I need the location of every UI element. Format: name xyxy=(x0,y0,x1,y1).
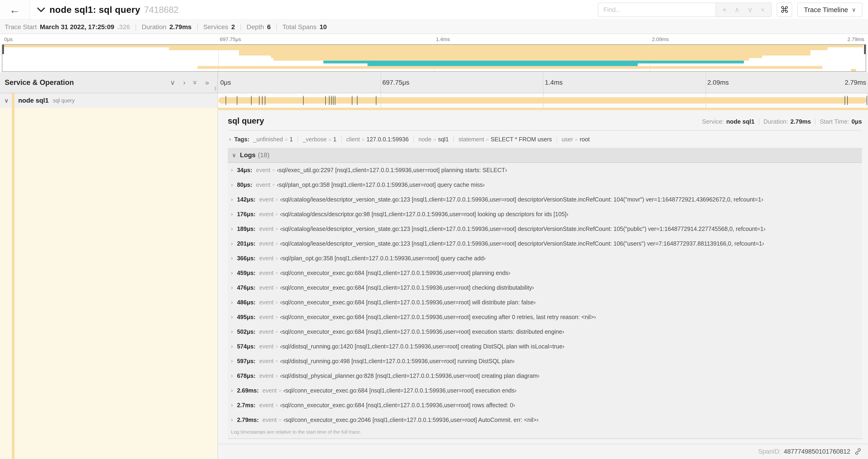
minimap-canvas[interactable] xyxy=(2,44,866,72)
minimap-span-bar xyxy=(2,45,863,47)
column-resize-handle[interactable]: ‖ xyxy=(214,85,217,92)
tag-value: 1 xyxy=(289,136,293,143)
log-time: 34μs: xyxy=(237,167,252,173)
expand-all-icon[interactable]: » xyxy=(192,81,199,85)
log-field-value: ‹sql/catalog/lease/descriptor_version_st… xyxy=(280,240,764,247)
log-entry-row[interactable]: ›2.7ms:event=‹sql/conn_executor_exec.go:… xyxy=(228,398,862,413)
log-marker xyxy=(333,96,334,105)
summary-value-suffix: .326 xyxy=(117,23,130,31)
expand-one-icon[interactable]: ∨ xyxy=(170,79,175,86)
log-entry-row[interactable]: ›176μs:event=‹sql/catalog/descs/descript… xyxy=(228,207,862,222)
service-operation-title: Service & Operation xyxy=(5,78,74,87)
chevron-right-icon[interactable]: › xyxy=(231,387,233,394)
log-entry-row[interactable]: ›366μs:event=‹sql/plan_opt.go:358 [nsql1… xyxy=(228,251,862,266)
log-entry-row[interactable]: ›2.79ms:event=‹sql/conn_executor_exec.go… xyxy=(228,413,862,427)
trace-collapse-chevron-icon[interactable] xyxy=(37,7,45,12)
span-row-name-cell[interactable]: ∨ node sql1 sql query xyxy=(0,93,217,108)
chevron-right-icon[interactable]: › xyxy=(231,329,233,335)
view-selector-button[interactable]: Trace Timeline ∨ xyxy=(797,3,862,17)
minimap-left-handle[interactable] xyxy=(2,45,4,54)
chevron-right-icon[interactable]: › xyxy=(231,285,233,291)
log-entry-row[interactable]: ›597μs:event=‹sql/distsql_running.go:498… xyxy=(228,354,862,368)
log-entry-row[interactable]: ›34μs:event=‹sql/exec_util.go:2297 [nsql… xyxy=(228,163,862,177)
minimap-right-handle[interactable] xyxy=(864,45,866,54)
log-entry-row[interactable]: ›189μs:event=‹sql/catalog/lease/descript… xyxy=(228,222,862,236)
chevron-right-icon[interactable]: › xyxy=(231,211,233,217)
tag-item: node=sql1 xyxy=(418,136,449,143)
log-field-key: event xyxy=(259,211,274,218)
log-entry-row[interactable]: ›574μs:event=‹sql/distsql_running.go:142… xyxy=(228,339,862,354)
log-time: 2.79ms: xyxy=(237,417,259,423)
log-marker xyxy=(259,96,259,105)
chevron-right-icon[interactable]: › xyxy=(231,314,233,320)
log-entry-row[interactable]: ›678μs:event=‹sql/distsql_physical_plann… xyxy=(228,368,862,383)
minimap-span-bar xyxy=(851,69,856,71)
chevron-right-icon[interactable]: › xyxy=(231,343,233,350)
log-entry-row[interactable]: ›80μs:event=‹sql/plan_opt.go:358 [nsql1,… xyxy=(228,177,862,192)
prev-match-icon[interactable]: ∧ xyxy=(735,6,740,13)
minimap-span-bar xyxy=(197,66,823,69)
log-entry-row[interactable]: ›486μs:event=‹sql/conn_executor_exec.go:… xyxy=(228,295,862,310)
logs-accordion-header[interactable]: ∨ Logs (18) xyxy=(228,148,862,163)
chevron-right-icon[interactable]: › xyxy=(231,270,233,276)
link-icon[interactable] xyxy=(854,448,862,456)
span-bar[interactable] xyxy=(218,97,867,104)
expand-collapse-controls: ∨›»» xyxy=(170,79,209,86)
equals-sign: = xyxy=(329,137,331,142)
log-entry-row[interactable]: ›142μs:event=‹sql/catalog/lease/descript… xyxy=(228,192,862,207)
trace-summary-bar: Trace StartMarch 31 2022, 17:25:09.326Du… xyxy=(0,21,868,34)
chevron-right-icon[interactable]: › xyxy=(231,417,233,423)
chevron-right-icon[interactable]: › xyxy=(229,136,231,142)
clear-find-icon[interactable]: × xyxy=(761,6,765,13)
log-entry-row[interactable]: ›201μs:event=‹sql/catalog/lease/descript… xyxy=(228,236,862,251)
chevron-right-icon[interactable]: › xyxy=(231,240,233,247)
log-field-value: ‹sql/catalog/descs/descriptor.go:98 [nsq… xyxy=(280,211,568,218)
keyboard-shortcuts-button[interactable]: ⌘ xyxy=(777,3,792,17)
log-field-key: event xyxy=(259,328,274,335)
next-match-icon[interactable]: ∨ xyxy=(748,6,753,13)
back-button[interactable]: ← xyxy=(0,0,30,20)
tag-value: SELECT * FROM users xyxy=(491,136,552,143)
equals-sign: = xyxy=(279,417,281,423)
chevron-right-icon[interactable]: › xyxy=(231,226,233,232)
log-marker xyxy=(262,96,262,105)
tag-item: user=root xyxy=(562,136,590,143)
log-time: 201μs: xyxy=(237,240,255,247)
log-entry-row[interactable]: ›2.69ms:event=‹sql/conn_executor_exec.go… xyxy=(228,383,862,398)
equals-sign: = xyxy=(433,137,436,142)
collapse-one-icon[interactable]: › xyxy=(183,79,186,86)
log-field-key: event xyxy=(259,402,274,408)
equals-sign: = xyxy=(275,241,278,247)
timeline-gridline xyxy=(380,72,381,93)
tag-item: statement=SELECT * FROM users xyxy=(459,136,552,143)
log-field-key: event xyxy=(259,299,274,306)
chevron-right-icon[interactable]: › xyxy=(231,373,233,379)
time-axis-tick: 2.79ms xyxy=(845,79,866,86)
log-field-value: ‹sql/catalog/lease/descriptor_version_st… xyxy=(280,196,763,203)
locate-icon[interactable]: ⌖ xyxy=(723,6,726,13)
log-time: 189μs: xyxy=(237,226,255,232)
chevron-right-icon[interactable]: › xyxy=(231,402,233,408)
chevron-right-icon[interactable]: › xyxy=(231,196,233,203)
chevron-right-icon[interactable]: › xyxy=(231,182,233,188)
chevron-right-icon[interactable]: › xyxy=(231,299,233,305)
chevron-right-icon[interactable]: › xyxy=(231,255,233,261)
log-entry-row[interactable]: ›495μs:event=‹sql/conn_executor_exec.go:… xyxy=(228,310,862,324)
find-input[interactable] xyxy=(598,3,716,17)
tag-value: 127.0.0.1:59936 xyxy=(367,136,409,143)
log-entry-row[interactable]: ›459μs:event=‹sql/conn_executor_exec.go:… xyxy=(228,266,862,280)
chevron-down-icon[interactable]: ∨ xyxy=(4,97,9,104)
log-entry-row[interactable]: ›476μs:event=‹sql/conn_executor_exec.go:… xyxy=(228,280,862,295)
minimap-span-bar xyxy=(323,61,744,63)
tags-accordion[interactable]: ›Tags:_unfinished=1_verbose=1client=127.… xyxy=(228,133,862,145)
span-detail-header: sql query Service:node sql1Duration:2.79… xyxy=(228,116,862,126)
collapse-all-icon[interactable]: » xyxy=(205,79,209,86)
log-field-key: event xyxy=(259,284,274,291)
equals-sign: = xyxy=(275,285,278,291)
chevron-right-icon[interactable]: › xyxy=(231,167,233,173)
log-entry-row[interactable]: ›502μs:event=‹sql/conn_executor_exec.go:… xyxy=(228,324,862,339)
summary-value: 2.79ms xyxy=(169,23,192,31)
minimap-span-bar xyxy=(271,56,762,58)
chevron-right-icon[interactable]: › xyxy=(231,358,233,364)
divider xyxy=(276,24,277,31)
